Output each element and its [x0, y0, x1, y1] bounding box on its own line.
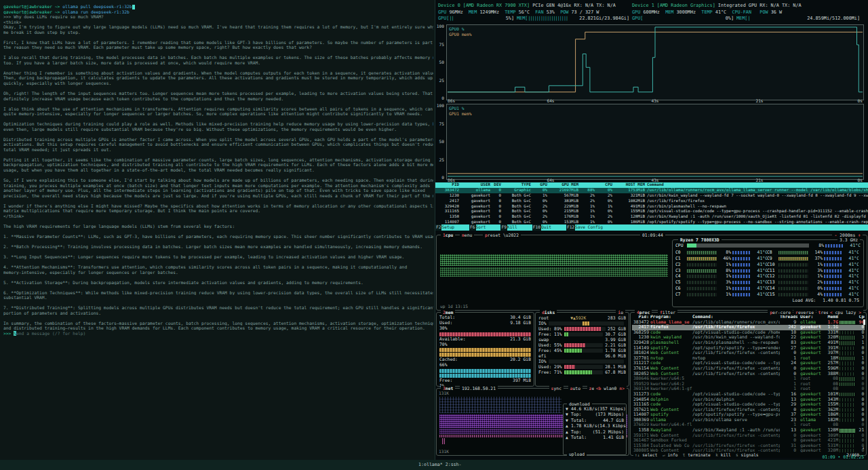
gpu-stats-line: GPU 600MHz MEM 3000MHz TEMP 41°C CPU-FAN…	[632, 9, 868, 16]
process-row[interactable]: 311217code/opt/visual-studio-code/code -…	[632, 361, 865, 366]
preset-button[interactable]: preset \u2022	[483, 233, 521, 238]
io-mode-toggle[interactable]: io	[616, 310, 625, 315]
sort-selector[interactable]: < cpu lazy >	[828, 310, 863, 315]
load-avg-label: Load AVG:	[792, 298, 816, 304]
process-row[interactable]: 380646kworker/u64:51root0B0.5	[632, 376, 865, 382]
disk-usage-value: 2.21 GiB	[605, 342, 626, 348]
process-row[interactable]: 1230kwin_wayland/usr/bin/kwin_wayland --…	[632, 335, 865, 340]
process-box-title[interactable]: 4proc	[635, 310, 652, 315]
process-table-rows: 383472ollama_llama_se/usr/lib/ollama/run…	[631, 320, 866, 454]
disk-usage-row: Free: 11%30.7 GiB	[538, 332, 626, 337]
y-tick-label: 25	[439, 157, 444, 161]
auto-toggle[interactable]: auto	[568, 386, 583, 391]
fkey-label[interactable]: Save Config	[575, 224, 618, 231]
proc-col-header[interactable]: Command:	[692, 315, 780, 320]
sync-toggle[interactable]: sync	[549, 386, 564, 391]
process-row[interactable]: 359171Web Content/usr/lib/firefox/firefo…	[632, 433, 865, 439]
proc-cpu-graph	[840, 429, 855, 433]
core-usage-graph	[687, 257, 717, 260]
terminal-output-line: activations. But this setup requires car…	[3, 142, 433, 147]
process-row[interactable]: 369134kworker/u64:1-gf1root0B0.0	[632, 387, 865, 392]
process-row[interactable]: 1358Xwayland/usr/bin/Xwayland :1 -auth /…	[632, 428, 865, 433]
scrollbar-thumb[interactable]	[863, 319, 865, 325]
fkey-label[interactable]: Kill	[507, 224, 532, 231]
fkey-label[interactable]: Quit	[541, 224, 566, 231]
terminal-output-line	[3, 86, 433, 92]
process-row[interactable]: 368259code/opt/visual-studio-code/code /…	[632, 330, 865, 336]
terminal-output-line: Then, during backpropagation, it calcula…	[3, 75, 433, 81]
net-rate-label: 44.6 KiB/s	[571, 406, 597, 412]
terminal-output-line: too. If you have a larger batch size, mo…	[3, 60, 433, 66]
fkey-f10[interactable]: F10	[532, 224, 541, 231]
process-row[interactable]: 359529kworker/u64:21root0B0.5	[632, 382, 865, 387]
process-row[interactable]: 383472ollama_llama_se/usr/lib/ollama/run…	[632, 320, 865, 326]
terminal-output-line: 4. **Attention Mechanisms**: Transformer…	[3, 265, 433, 270]
process-row[interactable]: 381024Web Content/usr/lib/firefox/firefo…	[632, 351, 865, 356]
ollama-terminal-pane[interactable]: gavekort@jawbreaker ~> ollama pull deeps…	[0, 0, 435, 460]
process-row[interactable]: 115384Isolated Web Co/usr/lib/firefox/fi…	[632, 444, 865, 449]
process-row[interactable]: 294854dolphin/usr/bin/dolphin13gavekort3…	[632, 397, 865, 403]
fkey-label[interactable]: Sort	[476, 224, 501, 231]
table-cell: DEV	[492, 182, 503, 188]
fkey-f6[interactable]: F6	[469, 224, 475, 231]
process-row[interactable]: 300369ollama/usr/bin/ollama serve23ollam…	[632, 418, 865, 423]
table-cell: 0%	[533, 199, 549, 204]
scroll-down-arrow[interactable]: ↓	[862, 445, 865, 450]
process-row[interactable]: 114007spotify/opt/spotify/spotify --type…	[632, 412, 865, 418]
proc-footer-action[interactable]: info	[667, 452, 682, 457]
proc-col-header[interactable]: Threads:	[780, 315, 797, 320]
process-row[interactable]: 311165code/opt/visual-studio-code/code -…	[632, 402, 865, 408]
gpu-process-row[interactable]: 2417gavekort0Both G+C0%383MiB2%0%1082MiB…	[435, 199, 868, 204]
fkey-f9[interactable]: F9	[500, 224, 507, 231]
tmux-window-list[interactable]: 1:ollama* 2:ssh-	[418, 460, 462, 470]
table-cell: 0%	[597, 209, 614, 214]
proc-footer-action[interactable]: terminate	[688, 452, 715, 457]
disks-box-title[interactable]: disks	[540, 310, 557, 315]
process-row[interactable]: 376154Web Content/usr/lib/firefox/firefo…	[632, 366, 865, 372]
nvtop-process-table: PIDUSERDEVTYPEGPUGPU MEMCPUHOST MEMComma…	[435, 182, 868, 225]
fkey-label[interactable]: Setup	[441, 224, 469, 231]
proc-col-header[interactable]: MemB	[823, 315, 840, 320]
proc-cpu-graph	[840, 326, 855, 330]
chat-input-line[interactable]: >>> Send a message (/? for help)	[3, 331, 433, 336]
cpu-box-title[interactable]: 1cpu	[441, 233, 455, 238]
proc-footer-action[interactable]: signals	[741, 452, 764, 457]
cpu-core-row: C08%41°C	[675, 250, 767, 256]
process-row[interactable]: 2417firefox/usr/lib/firefox/firefox242ga…	[632, 325, 865, 330]
table-cell: 0%	[597, 188, 614, 193]
proc-col-header[interactable]: Program:	[650, 315, 692, 320]
proc-footer-action[interactable]: select	[642, 452, 663, 457]
process-row[interactable]: 357621Web Content/usr/lib/firefox/firefo…	[632, 408, 865, 413]
reverse-toggle[interactable]: reverse	[793, 310, 816, 315]
table-cell: 1%	[580, 204, 597, 210]
interface-selector[interactable]: <b wlan0 n>	[594, 386, 627, 391]
filter-button[interactable]: filter	[658, 310, 677, 315]
process-row[interactable]: 114149spotify/opt/spotify/spotify --type…	[632, 346, 865, 351]
menu-button[interactable]: menu	[460, 233, 474, 238]
upload-arrow-icon: ▲	[566, 429, 571, 435]
process-row[interactable]: 329428plasmashell/usr/bin/plasmashell --…	[632, 340, 865, 346]
gpu-process-row[interactable]: 311165gavekort0Both G+C0%215MiB1%0%155Mi…	[435, 209, 868, 214]
chart-y-axis: 1007550250	[435, 104, 445, 180]
process-row[interactable]: 361467Sandbox Forked0gavekort421M0.0	[632, 438, 865, 444]
per-core-toggle[interactable]: per-core	[768, 310, 793, 315]
process-command: /usr/lib/firefox/firefox	[647, 199, 868, 204]
proc-col-header[interactable]: User:	[797, 315, 823, 320]
process-row[interactable]: 376029kworker/u64:4-fl1root0B0.0	[632, 423, 865, 428]
fkey-f2[interactable]: F2	[435, 224, 441, 231]
gpu-process-row[interactable]: 1230gavekort0Both G+C1%567MiB2%2%321MiB/…	[435, 193, 868, 199]
gpu-process-row[interactable]: 1358gavekort0Both G+C2%176MiB1%2%128MiB/…	[435, 214, 868, 220]
fkey-f12[interactable]: F12	[566, 224, 575, 231]
gpu-process-row[interactable]: 329428gavekort0Both G+C2%229MiB1%1%491Mi…	[435, 204, 868, 210]
terminal-output-line	[3, 198, 433, 203]
proc-col-header[interactable]: Pid:	[632, 315, 650, 320]
terminal-output-line: Oh, right! The length of the input seque…	[3, 91, 433, 96]
memory-box-title[interactable]: 2mem	[441, 310, 455, 315]
terminal-output-line: another layer of memory use. Plus, all t…	[3, 188, 433, 193]
process-row[interactable]: 327701nvtopnvtop1root18M1.5	[632, 356, 865, 361]
gpu-process-row[interactable]: 383472ollama0Graphic0%21697MiB88%0%1753M…	[435, 188, 868, 193]
process-row[interactable]: 311273code/opt/visual-studio-code/code -…	[632, 392, 865, 397]
proc-footer-action[interactable]: kill	[721, 452, 736, 457]
process-row[interactable]: 382052Web Content/usr/lib/firefox/firefo…	[632, 372, 865, 377]
disk-usage-value: 1.78 GiB	[605, 348, 626, 353]
